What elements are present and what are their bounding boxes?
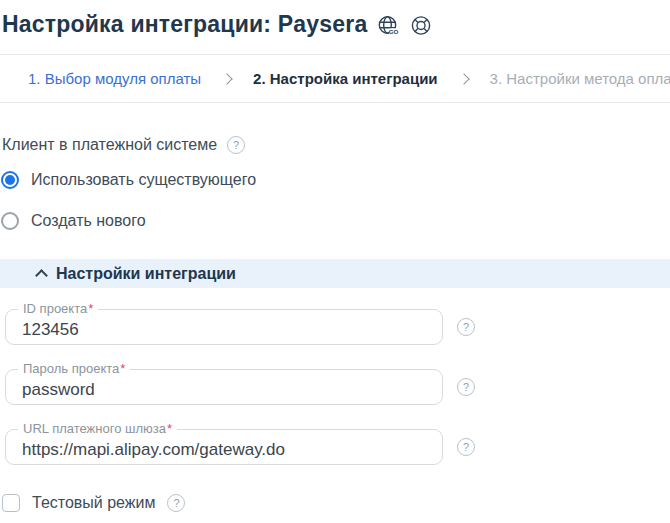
project-password-field-block: Пароль проекта* ?: [5, 369, 443, 405]
radio-create-new-label: Создать нового: [31, 212, 146, 230]
chevron-right-icon: [458, 73, 469, 84]
project-id-field-block: ID проекта* ?: [5, 309, 443, 345]
client-section-label-row: Клиент в платежной системе ?: [2, 136, 670, 154]
help-icon[interactable]: ?: [457, 318, 475, 336]
breadcrumb-stepper: 1. Выбор модуля оплаты 2. Настройка инте…: [0, 54, 670, 103]
radio-unselected-icon[interactable]: [1, 212, 19, 230]
radio-create-new[interactable]: Создать нового: [1, 212, 670, 230]
chevron-right-icon: [221, 73, 232, 84]
page-title: Настройка интеграции: Paysera: [2, 11, 367, 38]
step-1-choose-module[interactable]: 1. Выбор модуля оплаты: [28, 70, 201, 87]
help-icon[interactable]: ?: [457, 438, 475, 456]
test-mode-label: Тестовый режим: [32, 494, 155, 512]
help-icon[interactable]: ?: [457, 378, 475, 396]
radio-selected-icon[interactable]: [1, 171, 19, 189]
gateway-url-field-block: URL платежного шлюза* ?: [5, 429, 443, 465]
step-3-payment-method-settings: 3. Настройки метода оплаты: [490, 70, 670, 87]
help-icon[interactable]: ?: [227, 136, 245, 154]
project-id-input[interactable]: [6, 310, 442, 344]
page-header: Настройка интеграции: Paysera GO: [0, 0, 670, 40]
help-icon[interactable]: ?: [167, 494, 185, 512]
globe-go-icon[interactable]: GO: [376, 14, 400, 38]
radio-use-existing[interactable]: Использовать существующего: [1, 171, 670, 189]
client-section-label: Клиент в платежной системе: [2, 136, 217, 154]
integration-settings-section-title: Настройки интеграции: [56, 265, 236, 283]
integration-settings-section-header[interactable]: Настройки интеграции: [0, 259, 670, 288]
test-mode-row[interactable]: Тестовый режим ?: [2, 494, 670, 512]
lifebuoy-icon[interactable]: [409, 14, 433, 38]
step-2-integration-setup: 2. Настройка интеграции: [253, 70, 438, 87]
radio-use-existing-label: Использовать существующего: [31, 171, 256, 189]
gateway-url-input[interactable]: [6, 430, 442, 464]
integration-settings-page: Настройка интеграции: Paysera GO 1. Выбо…: [0, 0, 670, 523]
project-password-input[interactable]: [6, 370, 442, 404]
chevron-up-icon: [35, 269, 48, 282]
checkbox-unchecked-icon[interactable]: [2, 494, 20, 512]
svg-text:GO: GO: [389, 27, 399, 34]
